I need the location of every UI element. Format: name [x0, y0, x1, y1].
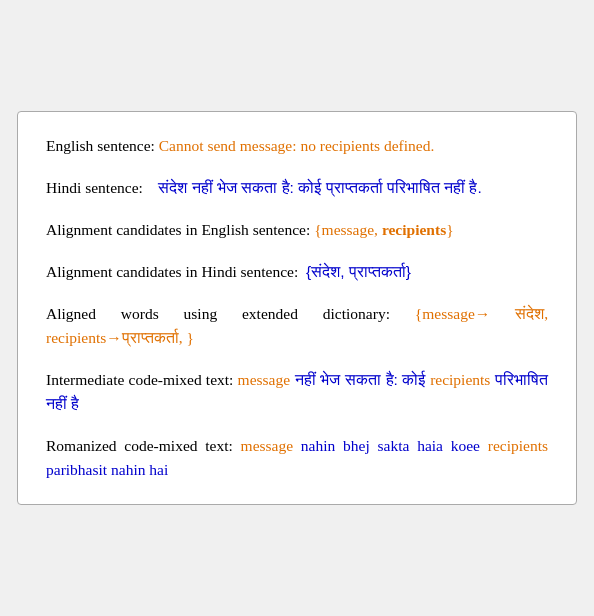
romanized-label: Romanized code-mixed text:	[46, 437, 241, 454]
intermediate-hindi-1: नहीं भेज सकता है: कोई	[290, 371, 430, 388]
aligned-word-praaptakarta: प्राप्तकर्ता	[122, 329, 179, 346]
alignment-english-section: Alignment candidates in English sentence…	[46, 218, 548, 242]
english-sentence-section: English sentence: Cannot send message: n…	[46, 134, 548, 158]
alignment-english-content: {message, recipients}	[314, 221, 453, 238]
hindi-sentence-label: Hindi sentence:	[46, 179, 158, 196]
romanized-nahin: nahin bhej sakta haia koee	[293, 437, 488, 454]
alignment-english-label: Alignment candidates in English sentence…	[46, 221, 314, 238]
hindi-sentence-section: Hindi sentence: संदेश नहीं भेज सकता है: …	[46, 176, 548, 200]
romanized-recipients: recipients	[488, 437, 548, 454]
main-card: English sentence: Cannot send message: n…	[17, 111, 577, 505]
english-sentence-content: Cannot send message: no recipients defin…	[159, 137, 434, 154]
intermediate-label: Intermediate code-mixed text:	[46, 371, 238, 388]
alignment-hindi-section: Alignment candidates in Hindi sentence: …	[46, 260, 548, 284]
alignment-hindi-content: {संदेश, प्राप्तकर्ता}	[306, 263, 411, 280]
aligned-word-sandesh: संदेश	[515, 305, 544, 322]
romanized-paribhasit: paribhasit nahin hai	[46, 461, 168, 478]
aligned-words-section: Aligned words using extended dictionary:…	[46, 302, 548, 350]
romanized-message: message	[241, 437, 294, 454]
aligned-words-label: Aligned words using extended dictionary:	[46, 305, 415, 322]
intermediate-message: message	[238, 371, 291, 388]
hindi-sentence-content: संदेश नहीं भेज सकता है: कोई प्राप्तकर्ता…	[158, 179, 481, 196]
romanized-section: Romanized code-mixed text: message nahin…	[46, 434, 548, 482]
intermediate-section: Intermediate code-mixed text: message नह…	[46, 368, 548, 416]
intermediate-recipients: recipients	[430, 371, 490, 388]
alignment-hindi-label: Alignment candidates in Hindi sentence:	[46, 263, 306, 280]
english-sentence-label: English sentence:	[46, 137, 159, 154]
